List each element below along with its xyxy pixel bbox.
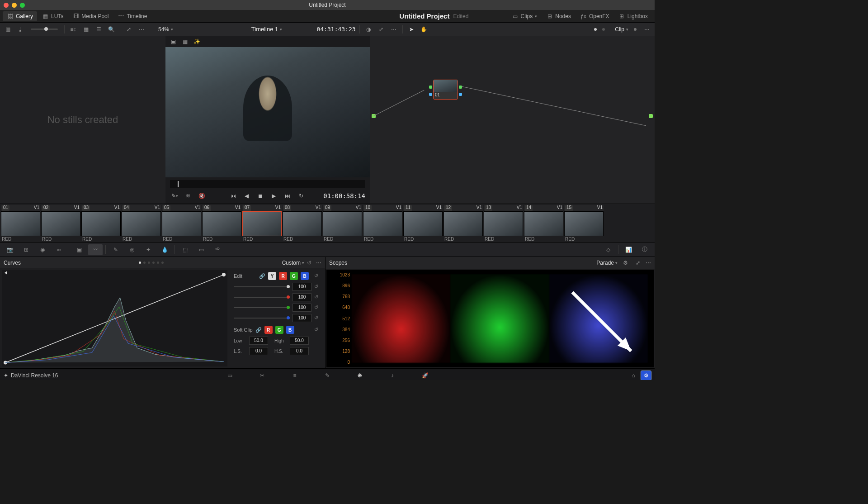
clip-thumbnail[interactable]: 01V1 RED bbox=[1, 205, 40, 242]
grid-view-button[interactable]: ▦ bbox=[81, 24, 91, 34]
thumbnail-size-slider[interactable] bbox=[31, 29, 58, 30]
scope-expand-button[interactable]: ⤢ bbox=[633, 258, 643, 268]
softclip-r-button[interactable]: R bbox=[264, 326, 273, 334]
window-button[interactable]: ◎ bbox=[125, 244, 139, 255]
edit-page-button[interactable]: ≡ bbox=[289, 371, 300, 380]
fairlight-page-button[interactable]: ♪ bbox=[387, 371, 398, 380]
cut-page-button[interactable]: ✂ bbox=[257, 371, 268, 380]
close-window-button[interactable] bbox=[4, 3, 9, 8]
minimize-window-button[interactable] bbox=[12, 3, 17, 8]
intensity-value[interactable]: 100 bbox=[292, 293, 311, 301]
intensity-value[interactable]: 100 bbox=[292, 314, 311, 322]
nodes-button[interactable]: ⊟Nodes bbox=[542, 11, 575, 21]
luts-button[interactable]: ▦LUTs bbox=[38, 11, 67, 21]
openfx-button[interactable]: ƒxOpenFX bbox=[576, 11, 613, 21]
deliver-page-button[interactable]: 🚀 bbox=[420, 371, 430, 380]
keyframes-button[interactable]: ◇ bbox=[601, 244, 615, 255]
intensity-value[interactable]: 100 bbox=[292, 283, 311, 291]
sidebar-toggle-button[interactable]: ▥ bbox=[3, 24, 13, 34]
next-clip-button[interactable]: ⏭ bbox=[283, 191, 292, 200]
viewer-highlight-button[interactable]: ✨ bbox=[192, 37, 202, 47]
color-match-button[interactable]: ⊞ bbox=[19, 244, 33, 255]
play-reverse-button[interactable]: ◀ bbox=[242, 191, 251, 200]
hand-tool-button[interactable]: ✋ bbox=[419, 24, 429, 34]
reset-edit-button[interactable]: ↺ bbox=[314, 273, 321, 279]
node-rgb-output[interactable] bbox=[459, 86, 462, 89]
node-output-anchor[interactable] bbox=[649, 114, 653, 118]
color-wheels-button[interactable]: ◉ bbox=[35, 244, 50, 255]
clip-thumbnail[interactable]: 05V1 RED bbox=[162, 205, 201, 242]
timeline-name-dropdown[interactable]: Timeline 1 ▾ bbox=[251, 26, 282, 33]
camera-raw-button[interactable]: 📷 bbox=[3, 244, 17, 255]
clip-thumbnail[interactable]: 04V1 RED bbox=[122, 205, 161, 242]
info-button[interactable]: ⓘ bbox=[637, 244, 652, 255]
intensity-slider[interactable] bbox=[234, 318, 290, 319]
gallery-button[interactable]: 🖼Gallery bbox=[3, 11, 37, 21]
node-alpha-input[interactable] bbox=[429, 93, 432, 96]
sort-button[interactable]: ≡↕ bbox=[68, 24, 78, 34]
list-view-button[interactable]: ☰ bbox=[94, 24, 104, 34]
clip-thumbnail[interactable]: 08V1 RED bbox=[283, 205, 322, 242]
clip-thumbnail[interactable]: 12V1 RED bbox=[443, 205, 483, 242]
zoom-window-button[interactable] bbox=[20, 3, 25, 8]
reset-slider-button[interactable]: ↺ bbox=[314, 315, 321, 321]
channel-g-button[interactable]: G bbox=[290, 272, 298, 280]
lightbox-button[interactable]: ⊞Lightbox bbox=[614, 11, 652, 21]
viewer-options-button[interactable]: ⋯ bbox=[389, 24, 399, 34]
search-button[interactable]: 🔍 bbox=[106, 24, 116, 34]
reset-slider-button[interactable]: ↺ bbox=[314, 294, 321, 300]
clip-thumbnail[interactable]: 02V1 RED bbox=[41, 205, 80, 242]
channel-b-button[interactable]: B bbox=[301, 272, 309, 280]
node-alpha-output[interactable] bbox=[459, 93, 462, 96]
stop-button[interactable]: ◼ bbox=[256, 191, 265, 200]
reset-softclip-button[interactable]: ↺ bbox=[314, 327, 321, 333]
expand-viewer-button[interactable]: ⤢ bbox=[376, 24, 386, 34]
key-button[interactable]: ⬚ bbox=[178, 244, 192, 255]
timeline-button[interactable]: 〰Timeline bbox=[113, 11, 151, 21]
reset-slider-button[interactable]: ↺ bbox=[314, 284, 321, 290]
viewer-overlay-button[interactable]: ▣ bbox=[168, 37, 178, 47]
home-button[interactable]: ⌂ bbox=[628, 371, 638, 380]
expand-gallery-button[interactable]: ⤢ bbox=[124, 24, 134, 34]
clip-thumbnail[interactable]: 03V1 RED bbox=[81, 205, 121, 242]
softclip-high-value[interactable]: 50.0 bbox=[290, 337, 309, 345]
zoom-level[interactable]: 54% bbox=[158, 26, 169, 33]
scope-options-button[interactable]: ⋯ bbox=[646, 260, 651, 266]
clips-button[interactable]: ▭Clips ▾ bbox=[508, 11, 542, 21]
intensity-slider[interactable] bbox=[234, 297, 290, 298]
channel-r-button[interactable]: R bbox=[279, 272, 287, 280]
color-node[interactable]: 01 bbox=[433, 80, 458, 100]
viewer-scrubber[interactable] bbox=[170, 180, 365, 188]
intensity-slider[interactable] bbox=[234, 286, 290, 287]
master-timecode[interactable]: 04:31:43:23 bbox=[317, 26, 356, 33]
reset-slider-button[interactable]: ↺ bbox=[314, 304, 321, 311]
picker-tool-button[interactable]: ✎▾ bbox=[170, 191, 179, 200]
gallery-options-button[interactable]: ⋯ bbox=[137, 24, 146, 34]
softclip-b-button[interactable]: B bbox=[286, 326, 294, 334]
project-settings-button[interactable]: ⚙ bbox=[641, 371, 651, 380]
motion-effects-button[interactable]: ▣ bbox=[72, 244, 86, 255]
clip-thumbnail[interactable]: 15V1 RED bbox=[564, 205, 604, 242]
node-graph-panel[interactable]: 01 bbox=[370, 36, 655, 204]
fusion-page-button[interactable]: ✎ bbox=[322, 371, 333, 380]
softclip-hs-value[interactable]: 0.0 bbox=[290, 347, 309, 355]
loop-button[interactable]: ↻ bbox=[297, 191, 306, 200]
image-wipe-button[interactable]: ◑ bbox=[363, 24, 373, 34]
prev-clip-button[interactable]: ⏮ bbox=[229, 191, 238, 200]
curves-mode-dropdown[interactable]: Custom▾ bbox=[282, 260, 304, 266]
media-page-button[interactable]: ▭ bbox=[224, 371, 235, 380]
clip-thumbnail-strip[interactable]: 01V1 RED 02V1 RED 03V1 RED 04V1 RED 05V1… bbox=[0, 204, 655, 242]
intensity-slider[interactable] bbox=[234, 307, 290, 308]
clip-thumbnail[interactable]: 06V1 RED bbox=[202, 205, 241, 242]
media-pool-button[interactable]: 🎞Media Pool bbox=[68, 11, 113, 21]
clip-thumbnail[interactable]: 13V1 RED bbox=[484, 205, 523, 242]
reset-curves-button[interactable]: ↺ bbox=[307, 260, 313, 266]
tracking-button[interactable]: ✦ bbox=[141, 244, 156, 255]
sizing-button[interactable]: ▭ bbox=[194, 244, 208, 255]
blur-button[interactable]: 💧 bbox=[157, 244, 172, 255]
curves-button[interactable]: 〰 bbox=[88, 244, 103, 255]
scopes-button[interactable]: 📊 bbox=[621, 244, 636, 255]
intensity-value[interactable]: 100 bbox=[292, 304, 311, 312]
import-still-button[interactable]: ⭳ bbox=[15, 24, 25, 34]
curve-canvas[interactable] bbox=[2, 270, 227, 366]
